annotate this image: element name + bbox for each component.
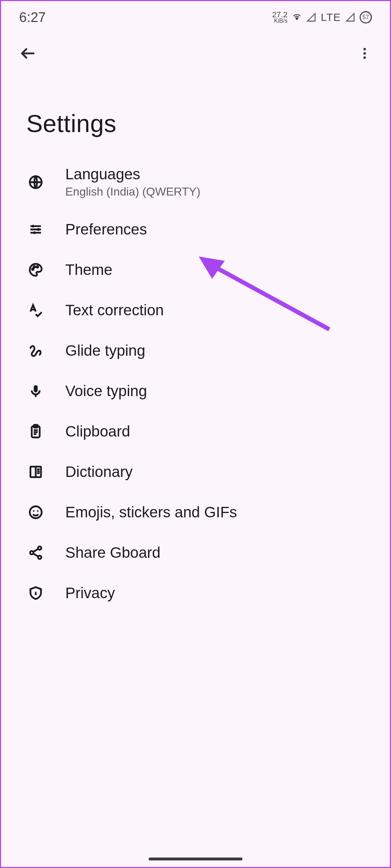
palette-icon	[26, 260, 45, 279]
svg-point-2	[364, 52, 366, 55]
list-item-title: Languages	[65, 166, 201, 183]
list-item-title: Voice typing	[65, 382, 147, 400]
list-item-title: Preferences	[65, 221, 147, 238]
list-item-title: Dictionary	[65, 463, 133, 481]
svg-point-13	[33, 510, 34, 512]
list-item-voice-typing[interactable]: Voice typing	[1, 371, 390, 411]
battery-icon: 57	[360, 11, 372, 23]
sliders-icon	[26, 220, 45, 239]
shield-icon	[26, 584, 45, 602]
list-item-emojis[interactable]: Emojis, stickers and GIFs	[1, 492, 390, 532]
list-item-title: Emojis, stickers and GIFs	[65, 504, 237, 521]
list-item-languages[interactable]: Languages English (India) (QWERTY)	[1, 155, 390, 209]
list-item-dictionary[interactable]: Dictionary	[1, 452, 390, 492]
hotspot-icon	[292, 12, 302, 22]
list-item-title: Text correction	[65, 302, 164, 319]
svg-point-12	[30, 507, 42, 518]
list-item-title: Privacy	[65, 584, 115, 602]
status-time: 6:27	[19, 10, 46, 25]
list-item-clipboard[interactable]: Clipboard	[1, 411, 390, 452]
list-item-theme[interactable]: Theme	[1, 250, 390, 290]
list-item-title: Theme	[65, 261, 113, 279]
navigation-handle[interactable]	[149, 858, 242, 860]
list-item-preferences[interactable]: Preferences	[1, 209, 390, 250]
svg-point-6	[34, 266, 35, 268]
signal-icon-2	[345, 12, 355, 22]
svg-point-1	[364, 48, 366, 51]
list-item-glide-typing[interactable]: Glide typing	[1, 330, 390, 371]
svg-point-18	[35, 592, 36, 593]
list-item-privacy[interactable]: Privacy	[1, 573, 390, 613]
share-icon	[26, 543, 45, 562]
svg-point-7	[36, 266, 38, 268]
back-button[interactable]	[19, 45, 36, 62]
status-right: 27.2 KiB/s LTE 57	[272, 11, 372, 23]
list-item-subtitle: English (India) (QWERTY)	[65, 185, 201, 198]
signal-icon	[306, 12, 316, 22]
gesture-icon	[26, 341, 45, 360]
status-bar: 6:27 27.2 KiB/s LTE 57	[1, 1, 390, 34]
book-icon	[26, 463, 45, 481]
network-speed-value: 27.2	[272, 11, 287, 18]
network-speed: 27.2 KiB/s	[272, 11, 287, 23]
smiley-icon	[26, 503, 45, 522]
svg-point-5	[32, 268, 34, 270]
overflow-menu-button[interactable]	[357, 46, 372, 61]
svg-point-0	[296, 18, 298, 19]
list-item-text-correction[interactable]: Text correction	[1, 290, 390, 330]
network-speed-units: KiB/s	[272, 18, 287, 23]
clipboard-icon	[26, 422, 45, 441]
spellcheck-icon	[26, 301, 45, 320]
list-item-title: Share Gboard	[65, 544, 161, 561]
network-type: LTE	[321, 11, 341, 23]
settings-list: Languages English (India) (QWERTY) Prefe…	[1, 152, 390, 613]
list-item-title: Glide typing	[65, 342, 145, 359]
globe-icon	[26, 173, 45, 192]
page-title: Settings	[1, 73, 390, 152]
battery-level: 57	[363, 14, 369, 21]
svg-rect-8	[34, 385, 38, 393]
mic-icon	[26, 382, 45, 400]
list-item-title: Clipboard	[65, 423, 130, 440]
svg-point-3	[364, 56, 366, 59]
list-item-share-gboard[interactable]: Share Gboard	[1, 532, 390, 573]
app-bar	[1, 34, 390, 73]
svg-point-14	[37, 510, 38, 512]
